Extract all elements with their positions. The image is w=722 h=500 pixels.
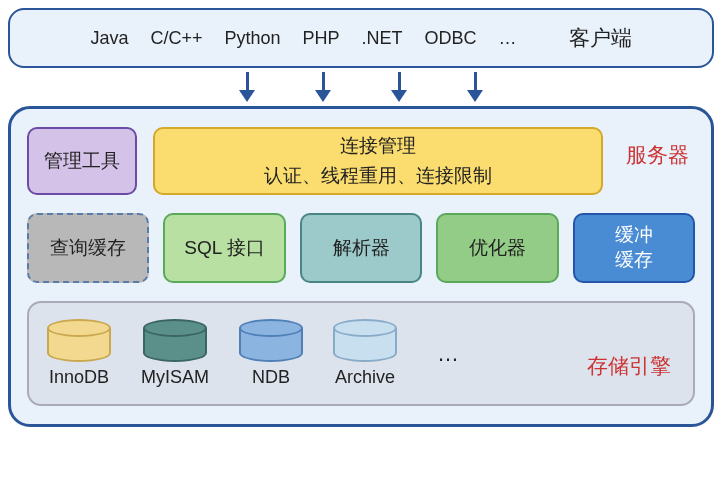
optimizer-box: 优化器 [436,213,558,283]
engine-label: InnoDB [49,367,109,388]
arrow-down-icon [467,72,483,104]
client-tech-odbc: ODBC [425,28,477,49]
client-connectors-box: Java C/C++ Python PHP .NET ODBC … 客户端 [8,8,714,68]
server-row-2: 查询缓存 SQL 接口 解析器 优化器 缓冲 缓存 [27,213,695,283]
query-cache-box: 查询缓存 [27,213,149,283]
storage-engines-box: 存储引擎 InnoDB MyISAM NDB Archive … [27,301,695,406]
server-label: 服务器 [626,141,689,169]
management-tools-box: 管理工具 [27,127,137,195]
engines-more: … [437,341,459,367]
engines-row: InnoDB MyISAM NDB Archive … [47,319,675,388]
conn-mgmt-detail: 认证、线程重用、连接限制 [264,161,492,191]
arrows-row [8,68,714,106]
buffer-cache-box: 缓冲 缓存 [573,213,695,283]
client-tech-python: Python [224,28,280,49]
engine-label: MyISAM [141,367,209,388]
connection-management-box: 连接管理 认证、线程重用、连接限制 [153,127,603,195]
arrow-down-icon [239,72,255,104]
cylinder-icon [333,319,397,363]
conn-mgmt-title: 连接管理 [340,131,416,161]
parser-box: 解析器 [300,213,422,283]
server-row-1: 管理工具 连接管理 认证、线程重用、连接限制 [27,127,695,195]
sql-interface-box: SQL 接口 [163,213,285,283]
engine-label: NDB [252,367,290,388]
client-tech-php: PHP [303,28,340,49]
buf-cache-line1: 缓冲 [615,223,653,248]
engine-archive: Archive [333,319,397,388]
engine-myisam: MyISAM [141,319,209,388]
storage-engines-label: 存储引擎 [587,352,671,380]
client-tech-more: … [499,28,517,49]
arrow-down-icon [315,72,331,104]
client-label: 客户端 [569,24,632,52]
server-box: 服务器 管理工具 连接管理 认证、线程重用、连接限制 查询缓存 SQL 接口 解… [8,106,714,427]
cylinder-icon [47,319,111,363]
client-tech-java: Java [90,28,128,49]
arrow-down-icon [391,72,407,104]
engine-label: Archive [335,367,395,388]
cylinder-icon [239,319,303,363]
client-tech-dotnet: .NET [362,28,403,49]
engine-ndb: NDB [239,319,303,388]
engine-innodb: InnoDB [47,319,111,388]
client-tech-cpp: C/C++ [150,28,202,49]
buf-cache-line2: 缓存 [615,248,653,273]
cylinder-icon [143,319,207,363]
